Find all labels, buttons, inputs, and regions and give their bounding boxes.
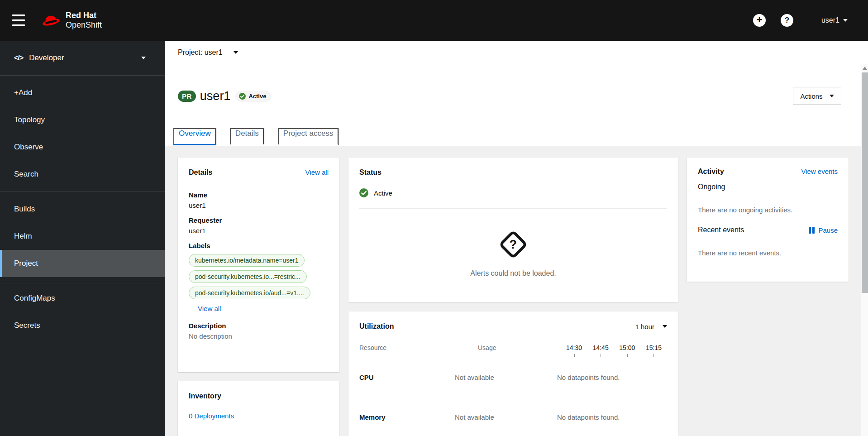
tab-overview[interactable]: Overview [173, 128, 216, 145]
activity-card-title: Activity [698, 168, 724, 176]
description-field-value: No description [189, 332, 329, 340]
sidebar-nav: </> Developer +Add Topology Observe Sear… [0, 41, 165, 436]
status-card-title: Status [359, 168, 667, 177]
sidebar-item-helm[interactable]: Helm [0, 223, 165, 250]
requester-field-value: user1 [189, 227, 329, 235]
actions-button[interactable]: Actions [793, 87, 841, 105]
sidebar-item-search[interactable]: Search [0, 161, 165, 188]
sidebar-item-configmaps[interactable]: ConfigMaps [0, 285, 165, 312]
title-row: PR user1 Active Actions [178, 87, 841, 105]
perspective-switcher[interactable]: </> Developer [0, 41, 165, 76]
scroll-up-arrow-icon[interactable] [863, 67, 867, 70]
recent-events-empty-message: There are no recent events. [687, 241, 849, 266]
perspective-label: Developer [29, 53, 64, 62]
actions-button-label: Actions [800, 92, 822, 100]
vertical-scrollbar[interactable] [861, 64, 868, 436]
resource-column-header: Resource [359, 344, 454, 351]
status-badge: Active [235, 91, 272, 102]
resource-chart-message: No datapoints found. [556, 413, 667, 421]
utilization-card-title: Utilization [359, 322, 394, 331]
project-selector[interactable]: Project: user1 [178, 48, 238, 57]
project-selector-label: Project: user1 [178, 48, 223, 57]
sidebar-item-observe[interactable]: Observe [0, 134, 165, 161]
sidebar-item-project[interactable]: Project [0, 250, 165, 277]
name-field-value: user1 [189, 201, 329, 209]
time-axis: 14:30 14:45 15:00 15:15 [556, 344, 667, 351]
utilization-row-cpu: CPU Not available No datapoints found. [359, 357, 667, 397]
create-button[interactable]: + [753, 14, 766, 27]
resource-chart-message: No datapoints found. [556, 374, 667, 381]
name-field-label: Name [189, 191, 329, 199]
alerts-empty-state: ? Alerts could not be loaded. [348, 209, 678, 302]
details-card-title: Details [189, 168, 212, 177]
tab-project-access[interactable]: Project access [278, 128, 339, 145]
menu-toggle-button[interactable] [12, 14, 26, 26]
inventory-card-title: Inventory [189, 392, 329, 400]
tab-details[interactable]: Details [230, 128, 264, 145]
pause-button-label: Pause [818, 226, 838, 234]
tab-bar: Overview Details Project access [173, 128, 841, 145]
chevron-down-icon [234, 51, 238, 54]
utilization-card: Utilization 1 hour Resource Usage 14:30 [348, 311, 678, 436]
usage-column-header: Usage [454, 344, 556, 351]
details-view-all-link[interactable]: View all [305, 168, 329, 176]
labels-view-all-link[interactable]: View all [198, 305, 221, 312]
ongoing-section-title: Ongoing [698, 183, 725, 191]
resource-usage: Not available [454, 413, 556, 421]
resource-usage: Not available [454, 374, 556, 381]
openshift-console: Red Hat OpenShift + ? user1 </> Develope… [0, 0, 868, 436]
resource-name: CPU [359, 374, 454, 381]
view-events-link[interactable]: View events [801, 168, 838, 175]
right-column: Activity View events Ongoing There are n… [687, 158, 849, 282]
redhat-fedora-icon [40, 13, 61, 28]
utilization-row-memory: Memory Not available No datapoints found… [359, 397, 667, 436]
label-pill[interactable]: pod-security.kubernetes.io/aud...=v1.... [189, 287, 310, 299]
check-circle-icon [359, 188, 368, 197]
pause-events-button[interactable]: Pause [809, 226, 838, 234]
brand-line1: Red Hat [66, 11, 102, 20]
activity-card: Activity View events Ongoing There are n… [687, 158, 849, 282]
resource-name: Memory [359, 413, 454, 421]
labels-list: kubernetes.io/metadata.name=user1 pod-se… [189, 254, 329, 299]
details-card: Details View all Name user1 Requester us… [178, 158, 339, 372]
sidebar-group-3: ConfigMaps Secrets [0, 281, 165, 343]
sidebar-item-builds[interactable]: Builds [0, 196, 165, 223]
status-badge-label: Active [248, 93, 266, 100]
page-title: user1 [200, 89, 231, 103]
code-icon: </> [14, 54, 23, 62]
unknown-icon: ? [498, 230, 528, 259]
requester-field-label: Requester [189, 216, 329, 224]
time-tick-label: 15:15 [646, 344, 662, 351]
sidebar-item-add[interactable]: +Add [0, 79, 165, 106]
labels-field-label: Labels [189, 242, 329, 249]
sidebar-item-secrets[interactable]: Secrets [0, 312, 165, 339]
deployments-count-link[interactable]: 0 Deployments [189, 412, 234, 420]
brand-text: Red Hat OpenShift [66, 11, 102, 29]
scrollbar-thumb[interactable] [862, 72, 868, 293]
middle-column: Status Active ? Alerts could not [348, 158, 678, 436]
description-field-label: Description [189, 322, 329, 330]
sidebar-group-1: +Add Topology Observe Search [0, 76, 165, 192]
brand-logo: Red Hat OpenShift [40, 11, 102, 29]
user-menu-button[interactable]: user1 [821, 16, 848, 24]
help-button[interactable]: ? [781, 14, 793, 27]
time-tick-label: 15:00 [619, 344, 635, 351]
user-menu-label: user1 [821, 16, 839, 24]
project-header: PR user1 Active Actions Overview [165, 64, 861, 146]
page-scroll-area: PR user1 Active Actions Overview [165, 64, 861, 436]
chevron-down-icon [843, 19, 848, 22]
hamburger-icon [12, 14, 25, 16]
plus-circle-icon: + [757, 14, 763, 26]
masthead: Red Hat OpenShift + ? user1 [0, 0, 868, 41]
project-bar: Project: user1 [165, 41, 868, 64]
pause-icon [809, 227, 815, 234]
overview-content: Details View all Name user1 Requester us… [165, 146, 861, 436]
utilization-header-row: Resource Usage 14:30 14:45 15:00 15:15 [359, 344, 667, 357]
duration-select[interactable]: 1 hour [635, 323, 667, 331]
recent-events-section-title: Recent events [698, 226, 744, 234]
label-pill[interactable]: pod-security.kubernetes.io...=restric... [189, 270, 307, 283]
time-tick-label: 14:45 [593, 344, 609, 351]
chevron-down-icon [830, 95, 834, 97]
sidebar-item-topology[interactable]: Topology [0, 106, 165, 134]
label-pill[interactable]: kubernetes.io/metadata.name=user1 [189, 254, 305, 267]
